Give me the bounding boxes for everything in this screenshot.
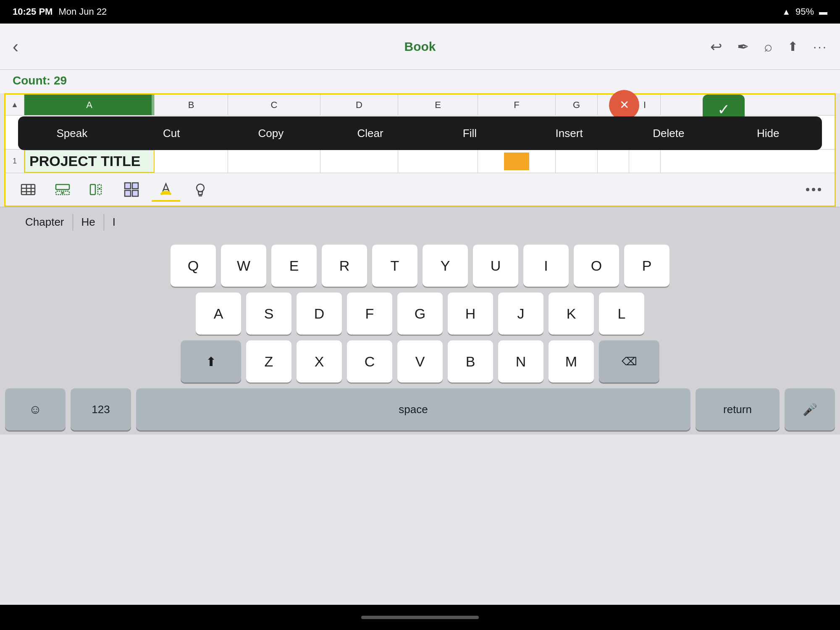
- key-p[interactable]: P: [624, 245, 669, 287]
- nav-title: Book: [404, 40, 436, 54]
- shift-key[interactable]: ⬆: [181, 340, 241, 382]
- col-a-resize[interactable]: [152, 95, 154, 115]
- orange-cell: [504, 153, 529, 170]
- table-icon[interactable]: [14, 177, 42, 202]
- keyboard: Q W E R T Y U I O P A S D F G H J K L ⬆ …: [0, 237, 840, 435]
- numbers-key[interactable]: 123: [71, 388, 131, 430]
- keyboard-row-4: ☺ 123 space return 🎤: [5, 388, 835, 430]
- key-s[interactable]: S: [246, 293, 291, 335]
- col-header-e[interactable]: E: [398, 95, 478, 115]
- key-q[interactable]: Q: [171, 245, 216, 287]
- key-l[interactable]: L: [599, 293, 644, 335]
- lightbulb-icon[interactable]: [186, 177, 215, 202]
- key-d[interactable]: D: [297, 293, 342, 335]
- key-u[interactable]: U: [473, 245, 518, 287]
- context-copy[interactable]: Copy: [221, 116, 321, 150]
- col-header-c[interactable]: C: [228, 95, 320, 115]
- key-n[interactable]: N: [498, 340, 543, 382]
- more-toolbar-button[interactable]: [801, 188, 826, 191]
- col-header-b[interactable]: B: [155, 95, 228, 115]
- col-header-g[interactable]: G: [556, 95, 598, 115]
- key-f[interactable]: F: [347, 293, 392, 335]
- battery-percentage: 95%: [795, 6, 814, 17]
- col-header-i[interactable]: I ✕: [629, 95, 661, 115]
- key-t[interactable]: T: [372, 245, 417, 287]
- pen-icon[interactable]: ✒: [737, 38, 749, 55]
- svg-rect-15: [125, 190, 131, 196]
- mic-key[interactable]: 🎤: [785, 388, 835, 430]
- svg-rect-9: [90, 185, 95, 195]
- svg-rect-13: [125, 183, 131, 189]
- undo-icon[interactable]: ↩: [710, 38, 722, 55]
- key-g[interactable]: G: [397, 293, 443, 335]
- share-icon[interactable]: ⬆: [788, 39, 798, 54]
- cell-c1[interactable]: [228, 150, 320, 173]
- key-i[interactable]: I: [523, 245, 569, 287]
- col-header-a[interactable]: A: [24, 95, 155, 115]
- back-button[interactable]: ‹: [13, 37, 38, 57]
- emoji-key[interactable]: ☺: [5, 388, 66, 430]
- key-h[interactable]: H: [448, 293, 493, 335]
- more-icon[interactable]: ···: [813, 40, 827, 54]
- key-c[interactable]: C: [347, 340, 392, 382]
- search-icon[interactable]: ⌕: [764, 38, 772, 55]
- key-a[interactable]: A: [196, 293, 241, 335]
- key-w[interactable]: W: [221, 245, 266, 287]
- context-insert[interactable]: Insert: [520, 116, 619, 150]
- space-key[interactable]: space: [136, 388, 690, 430]
- autocomplete-chapter[interactable]: Chapter: [17, 216, 73, 229]
- svg-rect-0: [21, 185, 35, 195]
- row-num-1: 1: [5, 150, 24, 173]
- status-date: Mon Jun 22: [58, 6, 107, 17]
- cell-a1-value: PROJECT TITLE: [29, 153, 140, 169]
- key-o[interactable]: O: [574, 245, 619, 287]
- col-header-d[interactable]: D: [320, 95, 398, 115]
- context-fill[interactable]: Fill: [420, 116, 520, 150]
- col-header-f[interactable]: F: [478, 95, 556, 115]
- autocomplete-he[interactable]: He: [73, 216, 104, 229]
- cancel-button[interactable]: ✕: [609, 90, 639, 120]
- key-z[interactable]: Z: [246, 340, 291, 382]
- col-insert-icon[interactable]: [83, 177, 111, 202]
- key-b[interactable]: B: [448, 340, 493, 382]
- spreadsheet-container: ▲ A B C D E F G H: [4, 93, 836, 207]
- cell-b1[interactable]: [155, 150, 228, 173]
- context-speak[interactable]: Speak: [22, 116, 122, 150]
- return-key[interactable]: return: [696, 388, 780, 430]
- cell-a1[interactable]: PROJECT TITLE: [24, 150, 155, 173]
- context-delete[interactable]: Delete: [619, 116, 719, 150]
- cell-h1[interactable]: [598, 150, 629, 173]
- nav-actions: ↩ ✒ ⌕ ⬆ ···: [710, 38, 827, 55]
- highlight-icon[interactable]: [152, 177, 180, 202]
- cell-i1[interactable]: [629, 150, 661, 173]
- nav-bar: ‹ Book ↩ ✒ ⌕ ⬆ ···: [0, 24, 840, 70]
- count-bar: Count: 29: [0, 70, 840, 93]
- keyboard-row-1: Q W E R T Y U I O P: [5, 245, 835, 287]
- context-hide[interactable]: Hide: [718, 116, 818, 150]
- cell-e1[interactable]: [398, 150, 478, 173]
- autocomplete-i[interactable]: I: [104, 216, 124, 229]
- home-indicator: [0, 605, 840, 630]
- key-m[interactable]: M: [549, 340, 594, 382]
- cell-f1[interactable]: [478, 150, 556, 173]
- row-insert-icon[interactable]: [48, 177, 77, 202]
- key-v[interactable]: V: [397, 340, 443, 382]
- key-e[interactable]: E: [271, 245, 317, 287]
- svg-rect-14: [132, 183, 138, 189]
- key-r[interactable]: R: [322, 245, 367, 287]
- key-y[interactable]: Y: [423, 245, 468, 287]
- status-time: 10:25 PM: [13, 6, 52, 17]
- context-cut[interactable]: Cut: [122, 116, 221, 150]
- cell-d1[interactable]: [320, 150, 398, 173]
- key-k[interactable]: K: [549, 293, 594, 335]
- key-j[interactable]: J: [498, 293, 543, 335]
- keyboard-row-2: A S D F G H J K L: [5, 293, 835, 335]
- backspace-key[interactable]: ⌫: [599, 340, 659, 382]
- context-clear[interactable]: Clear: [320, 116, 420, 150]
- grid-select-icon[interactable]: [117, 177, 146, 202]
- cell-g1[interactable]: [556, 150, 598, 173]
- count-text: Count: 29: [13, 74, 67, 87]
- keyboard-row-3: ⬆ Z X C V B N M ⌫: [5, 340, 835, 382]
- key-x[interactable]: X: [297, 340, 342, 382]
- context-menu: Speak Cut Copy Clear Fill Insert Delete …: [18, 116, 822, 150]
